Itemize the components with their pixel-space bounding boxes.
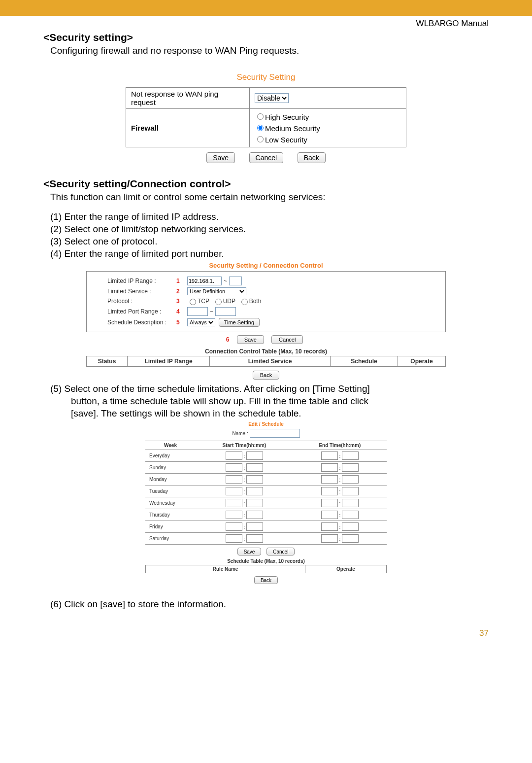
fig-security-setting: Security Setting Not response to WAN pin… [126, 72, 406, 163]
schedule-select[interactable]: Always [187, 318, 215, 326]
wednesday-end-hh[interactable] [321, 499, 338, 507]
conn-table-caption: Connection Control Table (Max, 10 record… [86, 348, 446, 355]
marker-4: 4 [176, 308, 187, 315]
firewall-low-radio[interactable] [257, 136, 264, 142]
schedule-name-input[interactable] [250, 429, 300, 438]
everyday-start-mm[interactable] [246, 451, 263, 460]
everyday-end-hh[interactable] [321, 451, 338, 460]
tuesday-end-hh[interactable] [321, 487, 338, 495]
security-cancel-button[interactable]: Cancel [249, 152, 284, 163]
wednesday-end-mm[interactable] [342, 499, 359, 507]
col-service: Limited Service [210, 356, 331, 366]
friday-start-mm[interactable] [246, 522, 263, 531]
saturday-start-mm[interactable] [246, 534, 263, 543]
col-week: Week [145, 441, 196, 450]
col-operate: Operate [398, 356, 445, 366]
thursday-end-mm[interactable] [342, 511, 359, 519]
conn-cancel-button[interactable]: Cancel [271, 335, 303, 344]
step-5-line-2: button, a time schedule table will show … [71, 395, 489, 407]
firewall-high-radio[interactable] [257, 113, 264, 120]
monday-end-hh[interactable] [321, 475, 338, 484]
saturday-start-hh[interactable] [226, 534, 242, 543]
fig-conn-title: Security Setting / Connection Control [86, 262, 446, 269]
conn-ip-label: Limited IP Range : [107, 277, 176, 284]
step-2: (2) Select one of limit/stop networking … [50, 223, 489, 235]
day-monday: Monday [145, 474, 196, 486]
time-setting-button[interactable]: Time Setting [219, 318, 260, 327]
sunday-end-mm[interactable] [342, 463, 359, 472]
conn-back-button[interactable]: Back [253, 371, 279, 380]
friday-start-hh[interactable] [226, 522, 242, 531]
security-back-button[interactable]: Back [298, 152, 326, 163]
conn-sched-label: Schedule Description : [107, 319, 176, 326]
marker-2: 2 [176, 288, 187, 295]
step-3: (3) Select one of protocol. [50, 235, 489, 247]
port-start-input[interactable] [187, 307, 208, 316]
col-rule-name: Rule Name [146, 565, 305, 573]
everyday-start-hh[interactable] [226, 451, 242, 460]
everyday-end-mm[interactable] [342, 451, 359, 460]
fig-security-table: Not response to WAN ping request Disable… [126, 87, 406, 147]
saturday-end-hh[interactable] [321, 534, 338, 543]
day-tuesday: Tuesday [145, 486, 196, 497]
friday-end-mm[interactable] [342, 522, 359, 531]
fig-connection-control: Security Setting / Connection Control Li… [86, 262, 446, 380]
marker-5: 5 [176, 319, 187, 326]
port-end-input[interactable] [215, 307, 236, 316]
firewall-medium-radio[interactable] [257, 125, 264, 131]
ip-end-input[interactable] [229, 277, 242, 285]
col-status: Status [87, 356, 128, 366]
wan-ping-select[interactable]: Disable [255, 93, 289, 103]
fig-security-title: Security Setting [126, 72, 406, 82]
thursday-start-hh[interactable] [226, 511, 242, 519]
step-5-line-1: (5) Select one of the time schedule limi… [50, 382, 489, 395]
sunday-end-hh[interactable] [321, 463, 338, 472]
conn-port-label: Limited Port Range : [107, 308, 176, 315]
security-save-button[interactable]: Save [206, 152, 235, 163]
conn-save-button[interactable]: Save [237, 335, 264, 344]
firewall-label: Firewall [126, 109, 250, 147]
wednesday-start-mm[interactable] [246, 499, 263, 507]
conn-table-header: Status Limited IP Range Limited Service … [86, 356, 446, 367]
proto-tcp-label: TCP [198, 298, 209, 305]
manual-name: WLBARGO Manual [43, 19, 489, 29]
section2-title: <Security setting/Connection control> [43, 178, 489, 190]
wednesday-start-hh[interactable] [226, 499, 242, 507]
page-number: 37 [43, 628, 489, 638]
section2-intro: This function can limit or control some … [50, 191, 489, 203]
thursday-start-mm[interactable] [246, 511, 263, 519]
schedule-days-table: Week Start Time(hh:mm) End Time(hh:mm) E… [145, 441, 387, 545]
sunday-start-hh[interactable] [226, 463, 242, 472]
fig-schedule: Edit / Schedule Name : Week Start Time(h… [145, 421, 387, 584]
monday-start-hh[interactable] [226, 475, 242, 484]
schedule-table-header: Rule Name Operate [145, 565, 387, 573]
section1-intro: Configuring firewall and no response to … [50, 44, 489, 57]
schedule-back-button[interactable]: Back [254, 576, 278, 584]
col-end-time: End Time(hh:mm) [293, 441, 387, 450]
day-saturday: Saturday [145, 533, 196, 545]
schedule-save-button[interactable]: Save [237, 548, 262, 555]
thursday-end-hh[interactable] [321, 511, 338, 519]
tuesday-end-mm[interactable] [342, 487, 359, 495]
ip-start-input[interactable] [187, 277, 222, 285]
proto-tcp-radio[interactable] [190, 299, 196, 305]
sunday-start-mm[interactable] [246, 463, 263, 472]
day-wednesday: Wednesday [145, 497, 196, 509]
proto-both-label: Both [249, 298, 262, 305]
service-select[interactable]: User Definition [187, 287, 246, 295]
conn-proto-label: Protocol : [107, 298, 176, 305]
day-everyday: Everyday [145, 450, 196, 462]
col-start-time: Start Time(hh:mm) [196, 441, 293, 450]
schedule-cancel-button[interactable]: Cancel [266, 548, 295, 555]
monday-end-mm[interactable] [342, 475, 359, 484]
day-thursday: Thursday [145, 509, 196, 521]
proto-both-radio[interactable] [241, 299, 248, 305]
proto-udp-radio[interactable] [215, 299, 222, 305]
saturday-end-mm[interactable] [342, 534, 359, 543]
friday-end-hh[interactable] [321, 522, 338, 531]
fig-schedule-title: Edit / Schedule [145, 421, 387, 427]
monday-start-mm[interactable] [246, 475, 263, 484]
tuesday-start-hh[interactable] [226, 487, 242, 495]
schedule-name-label: Name : [232, 431, 248, 436]
tuesday-start-mm[interactable] [246, 487, 263, 495]
